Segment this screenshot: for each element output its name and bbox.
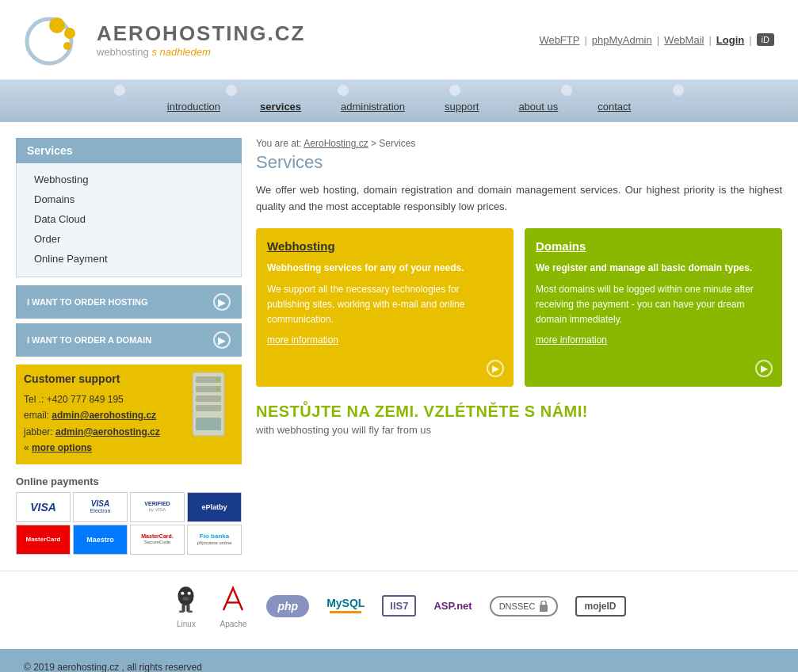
support-jabber-link[interactable]: admin@aerohosting.cz (55, 426, 160, 437)
login-link[interactable]: Login (716, 34, 744, 46)
order-domain-label: I WANT TO ORDER A DOMAIN (27, 335, 151, 345)
order-hosting-label: I WANT TO ORDER HOSTING (27, 297, 148, 307)
webhosting-p1: Webhosting services for any of your need… (267, 261, 502, 276)
domains-more-link[interactable]: more information (536, 334, 607, 346)
nav-dot (561, 85, 572, 96)
php-logo: php (266, 595, 309, 617)
webftp-link[interactable]: WebFTP (539, 34, 579, 46)
header-links: WebFTP | phpMyAdmin | WebMail | Login | … (539, 33, 774, 46)
sidebar-title: Services (16, 138, 242, 163)
webhosting-card: Webhosting Webhosting services for any o… (256, 228, 514, 387)
breadcrumb: You are at: AeroHosting.cz > Services (256, 130, 782, 149)
nav-links: introduction services administration sup… (0, 96, 798, 116)
page-title: Services (256, 152, 782, 173)
webhosting-more-link[interactable]: more information (267, 334, 338, 346)
sep4: | (749, 34, 751, 46)
payments-title: Online payments (16, 475, 242, 487)
linux-logo: Linux (172, 584, 200, 628)
svg-point-13 (181, 591, 185, 594)
sidebar-domains[interactable]: Domains (17, 189, 241, 209)
domains-card-arrow: ▶ (755, 360, 773, 377)
svg-point-10 (216, 388, 220, 391)
apache-logo: Apache (217, 584, 249, 628)
svg-point-12 (178, 586, 194, 605)
domains-card-title: Domains (536, 239, 771, 253)
nav-services[interactable]: services (260, 101, 301, 113)
order-domain-button[interactable]: I WANT TO ORDER A DOMAIN ▶ (16, 323, 242, 357)
domains-p1: We register and manage all basic domain … (536, 261, 771, 276)
sidebar-menu: Webhosting Domains Data Cloud Order Onli… (16, 163, 242, 277)
slogan-sub: with webhosting you will fly far from us (256, 424, 782, 436)
intro-text: We offer web hosting, domain registratio… (256, 182, 782, 216)
order-domain-arrow: ▶ (213, 331, 231, 349)
sidebar: Services Webhosting Domains Data Cloud O… (16, 130, 242, 555)
webhosting-card-arrow: ▶ (487, 360, 504, 377)
phpmyadmin-link[interactable]: phpMyAdmin (592, 34, 652, 46)
svg-point-3 (63, 42, 71, 50)
nav-dot (338, 85, 349, 96)
aspnet-logo: ASP.net (433, 600, 472, 612)
tech-logos-row: Linux Apache php MySQL IIS7 ASP.net DNSS… (0, 571, 798, 641)
sep3: | (708, 34, 711, 46)
logo-subtitle: webhosting s nadhledem (97, 46, 305, 58)
apache-label: Apache (217, 620, 249, 628)
sidebar-webhosting[interactable]: Webhosting (17, 170, 241, 189)
webhosting-card-title: Webhosting (267, 239, 502, 253)
mojeid-badge: iD (757, 33, 774, 46)
support-email-link[interactable]: admin@aerohosting.cz (52, 410, 156, 421)
verified-visa-card: VERIFIED by VISA (130, 492, 185, 522)
webmail-link[interactable]: WebMail (664, 34, 704, 46)
nav-administration[interactable]: administration (341, 101, 405, 113)
fio-card: Fio banka přijímáme online (187, 525, 242, 555)
sep2: | (657, 34, 659, 46)
maestro-card: Maestro (73, 525, 128, 555)
order-hosting-button[interactable]: I WANT TO ORDER HOSTING ▶ (16, 285, 242, 319)
svg-rect-8 (196, 405, 221, 411)
nav-about-us[interactable]: about us (518, 101, 558, 113)
svg-rect-20 (540, 605, 548, 612)
logo-area: AEROHOSTING.CZ webhosting s nadhledem (24, 8, 305, 71)
mojeid-logo: mojeID (575, 596, 626, 617)
logo-text: AEROHOSTING.CZ webhosting s nadhledem (97, 21, 305, 58)
visa-electron-card: VISA Electron (73, 492, 128, 522)
nav-dot (226, 85, 237, 96)
server-image (185, 368, 242, 440)
order-hosting-arrow: ▶ (213, 293, 231, 311)
nav-support[interactable]: support (445, 101, 479, 113)
nav-contact[interactable]: contact (598, 101, 631, 113)
sep1: | (584, 34, 586, 46)
iis7-logo: IIS7 (382, 595, 416, 617)
nav-dots-row (0, 80, 798, 96)
slogan-section: NESTŮJTE NA ZEMI. VZLÉTNĚTE S NÁMI! with… (256, 403, 782, 436)
breadcrumb-site-link[interactable]: AeroHosting.cz (304, 138, 368, 149)
domains-p2: Most domains will be logged within one m… (536, 282, 771, 328)
nav-dot (449, 85, 460, 96)
visa-card: VISA (16, 492, 71, 522)
logo-title: AEROHOSTING.CZ (97, 21, 305, 46)
svg-rect-18 (180, 610, 185, 613)
support-more-link[interactable]: more options (32, 442, 92, 453)
svg-point-14 (188, 591, 191, 594)
eplatby-card: ePlatby (187, 492, 242, 522)
linux-label: Linux (172, 620, 200, 628)
nav-bar: introduction services administration sup… (0, 80, 798, 122)
sidebar-order[interactable]: Order (17, 229, 241, 249)
sidebar-payment[interactable]: Online Payment (17, 249, 241, 269)
support-more-row: « more options (24, 440, 234, 456)
sidebar-datacloud[interactable]: Data Cloud (17, 209, 241, 229)
webhosting-card-link[interactable]: Webhosting (267, 239, 335, 253)
customer-support-box: Customer support Tel .: +420 777 849 195… (16, 365, 242, 464)
header: AEROHOSTING.CZ webhosting s nadhledem We… (0, 0, 798, 80)
mysql-logo: MySQL (326, 597, 365, 615)
svg-point-9 (216, 378, 220, 381)
domains-card-link[interactable]: Domains (536, 239, 586, 253)
svg-point-15 (183, 597, 189, 601)
mastercard-card: MasterCard (16, 525, 71, 555)
svg-rect-7 (196, 395, 221, 402)
footer-copyright: © 2019 aerohosting.cz , all rights reser… (24, 662, 774, 672)
nav-introduction[interactable]: introduction (167, 101, 220, 113)
payments-section: Online payments VISA VISA Electron VERIF… (16, 475, 242, 555)
mc-secure-card: MasterCard. SecureCode (130, 525, 185, 555)
payment-grid: VISA VISA Electron VERIFIED by VISA ePla… (16, 492, 242, 555)
nav-dot (673, 85, 684, 96)
